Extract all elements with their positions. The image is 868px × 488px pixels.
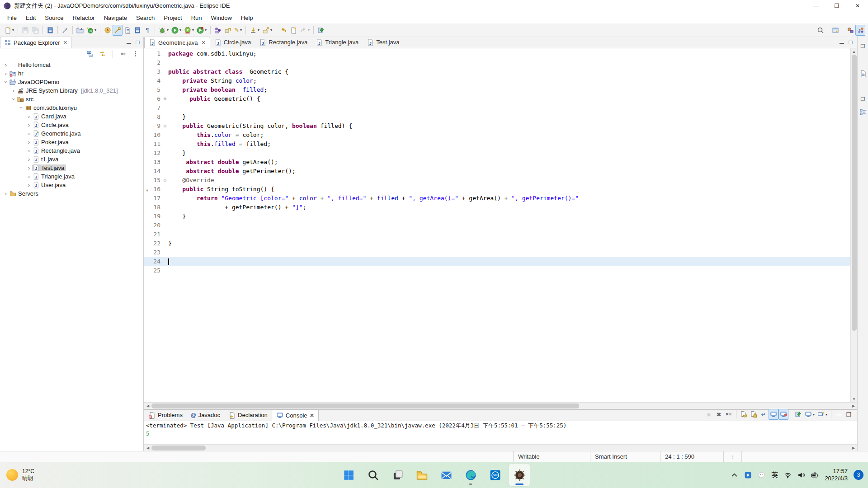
menu-help[interactable]: Help [236, 13, 258, 23]
task-list-view-button[interactable] [859, 70, 867, 78]
code-editor[interactable]: 1package com.sdbi.luxinyu;23public abstr… [144, 48, 850, 402]
fold-marker-icon[interactable]: ⊖ [162, 122, 168, 131]
maximize-view-icon[interactable]: ❐ [849, 40, 853, 45]
tab-geometric-java[interactable]: JGeometric.java✕ [144, 37, 210, 48]
tab-problems[interactable]: Problems [144, 409, 187, 421]
save-button[interactable] [20, 25, 30, 36]
coverage-button[interactable]: ▾ [183, 25, 195, 36]
menu-run[interactable]: Run [187, 13, 207, 23]
tree-item-src[interactable]: ›src [0, 95, 143, 103]
tab-test-java[interactable]: JTest.java [363, 37, 403, 48]
tree-item-javaoopdemo[interactable]: ›JJavaOOPDemo [0, 78, 143, 86]
taskbar-task-view-button[interactable] [387, 464, 408, 486]
close-icon[interactable]: ✕ [201, 40, 205, 46]
show-stdout-changed-button[interactable] [769, 409, 778, 420]
code-line[interactable]: 14 abstract double getPerimeter(); [144, 167, 850, 176]
tray-wifi-button[interactable] [784, 471, 792, 479]
tree-item-content[interactable]: JCircle.java [32, 122, 71, 128]
taskbar-file-explorer-button[interactable] [411, 464, 432, 486]
editor-vertical-scrollbar[interactable]: ▲ ▼ [850, 48, 857, 402]
dropdown-arrow-icon[interactable]: ▾ [192, 28, 194, 32]
expand-arrow-icon[interactable]: › [10, 87, 17, 94]
tab-console[interactable]: Console✕ [272, 409, 319, 421]
scrollbar-thumb[interactable] [151, 446, 206, 450]
export-javadoc-button[interactable] [123, 25, 132, 36]
tab-circle-java[interactable]: JCircle.java [210, 37, 255, 48]
tray-tray-app-blue-button[interactable] [744, 471, 752, 479]
menu-navigate[interactable]: Navigate [99, 13, 132, 23]
code-line[interactable]: 8 } [144, 113, 850, 122]
tree-item-circle-java[interactable]: ›JCircle.java [0, 121, 143, 129]
minimize-view-icon[interactable]: ▬ [840, 40, 844, 45]
search-button[interactable] [816, 25, 826, 36]
expand-arrow-icon[interactable]: › [26, 182, 32, 188]
view-menu-button[interactable] [131, 48, 141, 59]
code-line[interactable]: 11 this.filled = filled; [144, 140, 850, 149]
show-source-button[interactable] [132, 25, 142, 36]
tree-item-content[interactable]: JTriangle.java [32, 173, 76, 180]
show-whitespace-button[interactable]: ¶ [142, 25, 152, 36]
tree-item-test-java[interactable]: ›JTest.java [0, 164, 143, 172]
link-with-editor-button[interactable] [98, 48, 108, 59]
forward-button[interactable]: ▾ [298, 25, 311, 36]
menu-edit[interactable]: Edit [21, 13, 40, 23]
tree-item-hr[interactable]: ›Jhr [0, 69, 143, 78]
tree-item-content[interactable]: Jhr [9, 70, 25, 77]
expand-arrow-icon[interactable]: › [26, 147, 32, 154]
tree-item-content[interactable]: com.sdbi.luxinyu [24, 104, 79, 111]
maximize-button[interactable]: ❐ [826, 0, 847, 12]
tree-item-content[interactable]: JUser.java [32, 182, 67, 188]
dropdown-arrow-icon[interactable]: ▾ [12, 28, 14, 32]
tab-rectangle-java[interactable]: JRectangle.java [255, 37, 311, 48]
outline-view-button[interactable] [859, 108, 867, 117]
minimize-panel-button[interactable]: — [834, 409, 844, 420]
display-console-button[interactable]: ▾ [803, 409, 816, 420]
tray-tray-chat-button[interactable] [758, 471, 765, 479]
dropdown-arrow-icon[interactable]: ▾ [258, 28, 259, 32]
expand-arrow-icon[interactable]: › [26, 173, 32, 180]
dropdown-arrow-icon[interactable]: ▾ [308, 28, 310, 32]
maximize-panel-button[interactable]: ❐ [844, 409, 854, 420]
code-line[interactable]: 21 [144, 230, 850, 239]
expand-arrow-icon[interactable]: › [3, 70, 9, 77]
menu-source[interactable]: Source [40, 13, 68, 23]
dropdown-arrow-icon[interactable]: ▾ [94, 28, 96, 32]
tree-item-content[interactable]: JTest.java [32, 164, 66, 171]
expand-arrow-icon[interactable]: › [26, 130, 32, 137]
strip-dots-button[interactable]: ···· [859, 84, 867, 90]
taskbar-edge-button[interactable] [460, 464, 481, 486]
scroll-left-icon[interactable]: ◀ [144, 446, 151, 450]
notification-badge[interactable]: 3 [854, 470, 863, 480]
new-wizard-button[interactable]: ▾ [3, 25, 15, 36]
focus-on-active-task-button[interactable] [118, 48, 128, 59]
new-editor-page-button[interactable] [288, 25, 298, 36]
taskbar-dell-button[interactable]: DELL [485, 464, 505, 486]
taskbar-clock[interactable]: 17:57 2022/4/3 [825, 468, 848, 482]
code-line[interactable]: 2 [144, 58, 850, 67]
perspective-javaee-button[interactable] [845, 25, 855, 36]
expand-arrow-icon[interactable]: › [3, 61, 9, 68]
debug-button[interactable]: ▾ [157, 25, 170, 36]
close-button[interactable]: ✕ [847, 0, 868, 12]
tree-item-com-sdbi-luxinyu[interactable]: ›com.sdbi.luxinyu [0, 103, 143, 112]
scroll-left-icon[interactable]: ◀ [144, 404, 151, 408]
dropdown-arrow-icon[interactable]: ▾ [240, 28, 242, 32]
remove-all-launches-button[interactable] [724, 409, 734, 420]
maximize-view-icon[interactable]: ❐ [136, 40, 140, 45]
dropdown-arrow-icon[interactable]: ▾ [270, 28, 272, 32]
scroll-down-icon[interactable]: ▼ [852, 396, 856, 402]
tab-package-explorer[interactable]: Package Explorer ✕ [0, 37, 71, 48]
fold-marker-icon[interactable]: ⊖ [162, 176, 168, 185]
restore-pane-button[interactable]: ❐ [861, 43, 865, 49]
expand-arrow-icon[interactable]: › [26, 156, 32, 163]
clear-console-button[interactable] [739, 409, 749, 420]
print-button[interactable] [45, 25, 55, 36]
taskbar-start-button[interactable] [338, 464, 359, 486]
minimize-view-icon[interactable]: ▬ [127, 40, 131, 45]
close-icon[interactable]: ✕ [310, 412, 315, 419]
tree-item-content[interactable]: JJavaOOPDemo [9, 79, 61, 85]
open-type-button[interactable] [213, 25, 223, 36]
dropdown-arrow-icon[interactable]: ▾ [813, 413, 815, 417]
menu-window[interactable]: Window [207, 13, 236, 23]
open-console-button[interactable]: ▾ [816, 409, 829, 420]
